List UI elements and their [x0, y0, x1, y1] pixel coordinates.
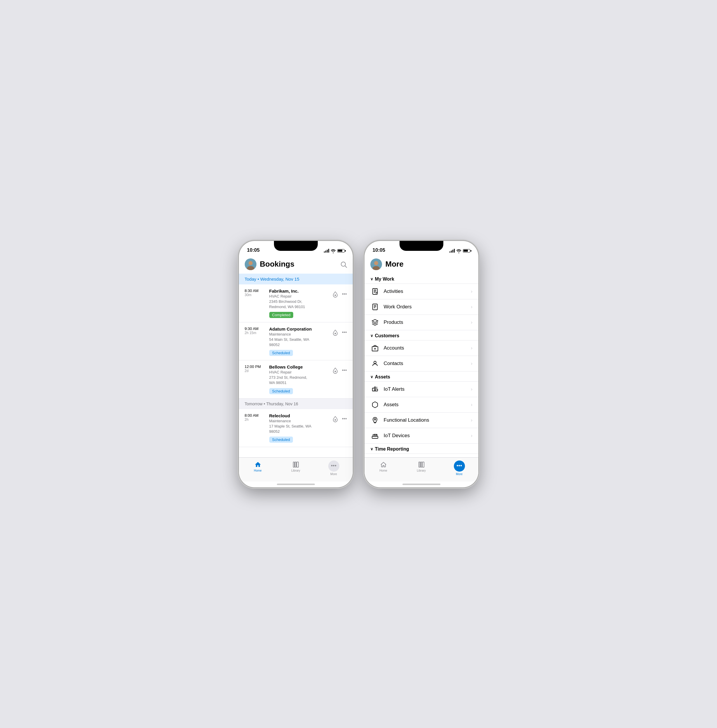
booking-item: 8:00 AM 2h Relecloud Maintenance 17 Mapl…	[239, 409, 353, 447]
menu-item-contacts[interactable]: Contacts ›	[365, 356, 478, 371]
tab-more-label: More	[330, 473, 337, 476]
more-options-icon[interactable]: •••	[342, 330, 347, 335]
tab-library-label: Library	[291, 469, 300, 472]
chevron-right-icon: ›	[471, 320, 472, 325]
products-icon	[370, 319, 380, 326]
svg-rect-15	[373, 288, 377, 295]
svg-point-13	[374, 261, 378, 265]
wifi-icon	[331, 249, 336, 253]
home-icon	[255, 461, 261, 468]
more-options-icon[interactable]: •••	[342, 368, 347, 373]
app-header: More	[365, 255, 478, 274]
chevron-right-icon: ›	[471, 433, 472, 438]
booking-item: 8:30 AM 30m Fabrikam, Inc. HVAC Repair 2…	[239, 284, 353, 322]
activities-label: Activities	[384, 288, 471, 295]
menu-item-functional-locations[interactable]: Functional Locations ›	[365, 413, 478, 428]
status-time: 10:05	[373, 247, 385, 253]
svg-point-30	[374, 418, 375, 420]
contacts-label: Contacts	[384, 361, 471, 366]
menu-item-assets[interactable]: Assets ›	[365, 397, 478, 413]
home-icon	[380, 461, 387, 468]
search-button[interactable]	[340, 261, 347, 268]
svg-rect-19	[373, 304, 377, 310]
page-title: Bookings	[260, 259, 294, 269]
more-options-icon[interactable]: •••	[342, 292, 347, 297]
contacts-icon	[370, 360, 380, 367]
booking-actions: •••	[332, 365, 347, 374]
more-bubble: •••	[328, 461, 339, 472]
section-my-work: ∨ My Work	[365, 274, 478, 284]
booking-item: 12:00 PM 2d Bellows College HVAC Repair …	[239, 360, 353, 398]
svg-point-5	[334, 295, 336, 296]
svg-rect-11	[297, 462, 299, 467]
tab-library[interactable]: Library	[277, 461, 315, 472]
navigate-icon[interactable]	[332, 367, 339, 374]
notch	[400, 241, 443, 251]
section-time-reporting: ∨ Time Reporting	[365, 444, 478, 454]
battery-icon	[463, 249, 470, 253]
menu-item-iot-alerts[interactable]: IoT Alerts ›	[365, 382, 478, 397]
menu-item-activities[interactable]: Activities ›	[365, 284, 478, 299]
phone-bookings: 10:05	[239, 241, 353, 487]
status-badge: Scheduled	[269, 388, 293, 394]
svg-rect-37	[419, 462, 420, 467]
accounts-label: Accounts	[384, 345, 471, 351]
booking-details: Fabrikam, Inc. HVAC Repair 2345 Birchwoo…	[269, 288, 328, 318]
menu-item-time-off-requests[interactable]: Time Off Requests ›	[365, 454, 478, 457]
navigate-icon[interactable]	[332, 329, 339, 336]
more-circle: •••	[454, 461, 465, 472]
svg-line-4	[345, 266, 347, 267]
iot-devices-icon	[370, 432, 380, 439]
booking-details: Relecloud Maintenance 17 Maple St, Seatt…	[269, 413, 328, 443]
tab-library-label: Library	[417, 469, 426, 472]
phone-more: 10:05	[365, 241, 478, 487]
chevron-right-icon: ›	[471, 304, 472, 310]
svg-rect-29	[375, 389, 378, 391]
status-badge: Completed	[269, 312, 293, 318]
navigate-icon[interactable]	[332, 291, 339, 298]
chevron-right-icon: ›	[471, 361, 472, 366]
today-header: Today • Wednesday, Nov 15	[239, 274, 353, 284]
booking-details: Adatum Corporation Maintenance 54 Main S…	[269, 327, 328, 356]
signal-icon	[450, 249, 455, 253]
tomorrow-header: Tomorrow • Thursday, Nov 16	[239, 398, 353, 409]
tab-home[interactable]: Home	[365, 461, 403, 472]
chevron-right-icon: ›	[471, 289, 472, 294]
chevron-right-icon: ›	[471, 418, 472, 423]
bookings-list: 8:30 AM 30m Fabrikam, Inc. HVAC Repair 2…	[239, 284, 353, 457]
chevron-right-icon: ›	[471, 345, 472, 351]
work-orders-label: Work Orders	[384, 304, 471, 310]
svg-point-1	[249, 261, 253, 265]
booking-time: 8:00 AM 2h	[245, 413, 265, 422]
functional-locations-icon	[370, 417, 380, 424]
menu-item-iot-devices[interactable]: IoT Devices ›	[365, 428, 478, 444]
menu-item-accounts[interactable]: Accounts ›	[365, 340, 478, 356]
booking-time: 8:30 AM 30m	[245, 288, 265, 297]
tab-more[interactable]: ••• More	[441, 461, 478, 476]
tab-more-label: More	[456, 473, 462, 476]
tab-home[interactable]: Home	[239, 461, 277, 472]
tab-more[interactable]: ••• More	[315, 461, 353, 476]
menu-item-products[interactable]: Products ›	[365, 315, 478, 330]
library-icon	[418, 461, 425, 468]
status-icons	[324, 249, 345, 253]
svg-rect-32	[372, 436, 378, 438]
assets-label: Assets	[384, 402, 471, 407]
iot-devices-label: IoT Devices	[384, 433, 471, 439]
menu-item-work-orders[interactable]: Work Orders ›	[365, 299, 478, 315]
svg-rect-9	[293, 462, 294, 467]
tab-library[interactable]: Library	[403, 461, 441, 472]
work-orders-icon	[370, 304, 380, 310]
library-icon	[292, 461, 299, 468]
svg-rect-10	[295, 462, 296, 467]
more-options-icon[interactable]: •••	[342, 416, 347, 421]
home-indicator	[365, 482, 478, 487]
navigate-icon[interactable]	[332, 415, 339, 423]
products-label: Products	[384, 319, 471, 325]
wifi-icon	[456, 249, 461, 253]
section-assets: ∨ Assets	[365, 371, 478, 382]
svg-point-8	[334, 419, 336, 421]
tab-bar: Home Library ••• More	[239, 457, 353, 482]
chevron-right-icon: ›	[471, 387, 472, 392]
accounts-icon	[370, 345, 380, 352]
